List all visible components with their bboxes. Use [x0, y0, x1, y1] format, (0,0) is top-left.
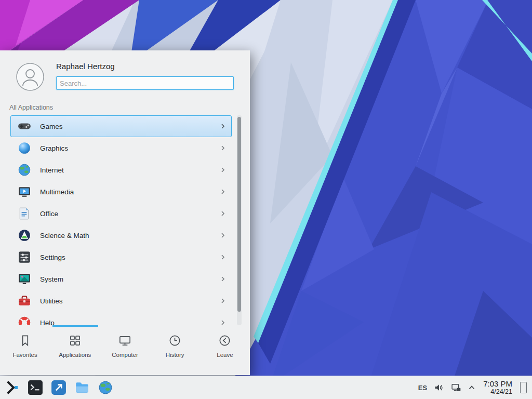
category-label: Science & Math	[40, 232, 220, 240]
clock-time: 7:03 PM	[483, 379, 512, 388]
submenu-arrow-icon	[220, 167, 226, 173]
category-system[interactable]: System	[10, 268, 232, 290]
show-desktop-button[interactable]	[520, 382, 527, 393]
submenu-arrow-icon	[220, 298, 226, 304]
network-icon[interactable]	[451, 382, 461, 393]
office-document-icon	[18, 207, 31, 220]
category-science-math[interactable]: Science & Math	[10, 224, 232, 246]
games-icon	[18, 119, 31, 133]
leave-back-icon	[218, 334, 232, 348]
category-label: Help	[40, 319, 220, 326]
desktop: Raphael Hertzog All Applications Games	[0, 0, 532, 399]
scrollbar-thumb[interactable]	[237, 117, 241, 312]
tab-favorites[interactable]: Favorites	[0, 327, 50, 375]
favorites-bookmark-icon	[18, 334, 32, 348]
category-label: Games	[40, 123, 220, 130]
blue-arrow-app-icon[interactable]	[51, 380, 66, 395]
file-manager-folder-icon[interactable]	[74, 380, 90, 395]
application-launcher-button[interactable]	[5, 380, 20, 395]
category-label: Office	[40, 210, 220, 218]
submenu-arrow-icon	[220, 189, 226, 195]
category-label: Utilities	[40, 297, 220, 305]
launcher-tab-bar: Favorites Applications Computer	[0, 327, 250, 375]
system-tray: ES 7:03 PM 4/24/21	[418, 379, 532, 396]
tab-history[interactable]: History	[150, 327, 200, 375]
tab-applications[interactable]: Applications	[50, 327, 100, 375]
category-utilities[interactable]: Utilities	[10, 290, 232, 312]
digital-clock[interactable]: 7:03 PM 4/24/21	[482, 379, 513, 396]
settings-sliders-icon	[18, 250, 31, 264]
multimedia-icon	[18, 185, 31, 198]
category-games[interactable]: Games	[10, 115, 232, 137]
category-settings[interactable]: Settings	[10, 246, 232, 268]
clock-date: 4/24/21	[483, 388, 512, 395]
category-multimedia[interactable]: Multimedia	[10, 181, 232, 203]
tab-computer[interactable]: Computer	[100, 327, 150, 375]
category-help[interactable]: Help	[10, 312, 232, 325]
taskbar-launchers	[0, 380, 113, 395]
terminal-icon[interactable]	[28, 380, 43, 395]
category-office[interactable]: Office	[10, 203, 232, 224]
internet-globe-icon	[18, 163, 31, 177]
user-icon	[16, 63, 44, 91]
submenu-arrow-icon	[220, 254, 226, 260]
expand-tray-arrow-icon[interactable]	[468, 384, 475, 391]
submenu-arrow-icon	[220, 210, 226, 217]
category-label: Settings	[40, 254, 220, 261]
category-internet[interactable]: Internet	[10, 159, 232, 181]
user-avatar[interactable]	[16, 63, 44, 91]
search-input[interactable]	[56, 76, 234, 90]
help-lifebuoy-icon	[18, 316, 31, 325]
tab-leave[interactable]: Leave	[200, 327, 250, 375]
submenu-arrow-icon	[220, 276, 226, 282]
history-clock-icon	[168, 334, 182, 348]
category-label: System	[40, 275, 220, 283]
volume-icon[interactable]	[434, 382, 444, 393]
submenu-arrow-icon	[220, 123, 226, 129]
application-launcher-menu: Raphael Hertzog All Applications Games	[0, 50, 250, 375]
submenu-arrow-icon	[220, 232, 226, 238]
keyboard-layout-indicator[interactable]: ES	[418, 384, 427, 392]
science-flask-icon	[18, 229, 31, 242]
category-list: Games Graphics	[0, 115, 250, 325]
system-monitor-icon	[18, 272, 31, 286]
section-label: All Applications	[9, 104, 53, 111]
taskbar: ES 7:03 PM 4/24/21	[0, 376, 532, 399]
category-label: Multimedia	[40, 188, 220, 196]
category-graphics[interactable]: Graphics	[10, 137, 232, 159]
utilities-toolbox-icon	[18, 294, 31, 308]
graphics-icon	[18, 141, 31, 155]
category-label: Internet	[40, 166, 220, 174]
submenu-arrow-icon	[220, 145, 226, 151]
category-label: Graphics	[40, 144, 220, 152]
computer-monitor-icon	[118, 334, 132, 348]
web-browser-globe-icon[interactable]	[98, 380, 113, 395]
submenu-arrow-icon	[220, 320, 226, 325]
user-name: Raphael Hertzog	[56, 62, 115, 71]
applications-grid-icon	[68, 334, 82, 348]
